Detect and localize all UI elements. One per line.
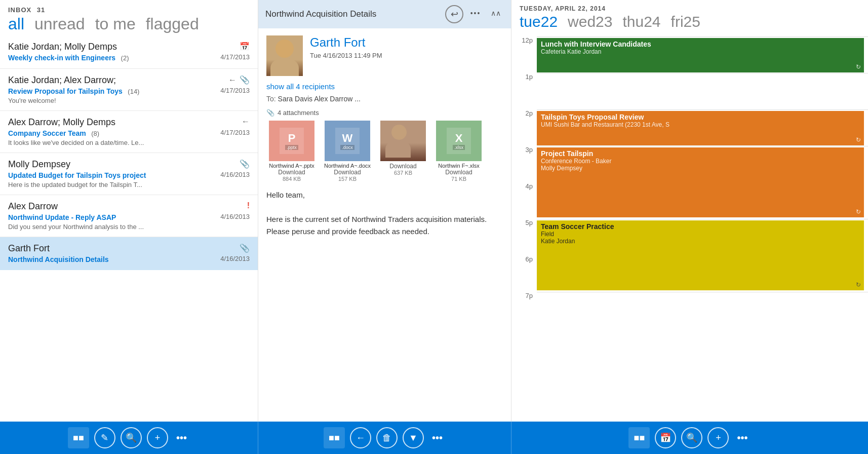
calendar-icon: 📅 [240, 42, 250, 51]
cal-calc-button[interactable]: 📅 [655, 427, 676, 448]
search-icon: 🔍 [686, 432, 697, 443]
download-label[interactable]: Download [389, 163, 416, 170]
detail-more-button[interactable]: ••• [429, 430, 446, 446]
photo-icon [380, 121, 426, 161]
cal-event-project-tailspin[interactable]: Project Tailspin Conference Room - Baker… [537, 147, 864, 217]
email-item[interactable]: Molly Dempsey 📎 Updated Budget for Tails… [0, 153, 258, 195]
email-subject: Review Proposal for Tailspin Toys [8, 87, 123, 95]
inbox-header: INBOX 31 all unread to me flagged [0, 0, 258, 35]
email-item[interactable]: Alex Darrow ! Northwind Update - Reply A… [0, 195, 258, 237]
body-content: Here is the current set of Northwind Tra… [266, 213, 503, 238]
time-column: 12p 1p 2p 3p 4p 5p 6p 7p [511, 32, 537, 422]
reply-icon: ← [242, 117, 250, 126]
nav-all[interactable]: all [8, 15, 24, 33]
plus-icon: + [155, 433, 161, 443]
cal-event-tailspin-review[interactable]: Tailspin Toys Proposal Review UMI Sushi … [537, 111, 864, 145]
cal-row-7p [537, 292, 868, 328]
email-preview: You're welcome! [8, 97, 250, 104]
to-line: To: Sara Davis Alex Darrow ... [266, 95, 503, 103]
email-sender: Katie Jordan; Molly Demps [8, 42, 235, 52]
trash-icon: 🗑 [382, 433, 391, 443]
cal-event-lunch[interactable]: Lunch with Interview Candidates Cafeteri… [537, 38, 864, 72]
inbox-compose-button[interactable]: ✎ [94, 427, 115, 448]
reply-button[interactable]: ↩ [445, 5, 463, 23]
email-subject: Weekly check-in with Engineers [8, 54, 115, 62]
grid-icon: ■■ [634, 433, 645, 443]
cal-grid-button[interactable]: ■■ [628, 427, 650, 448]
inbox-more-button[interactable]: ••• [173, 430, 190, 446]
attachment-paperclip-icon: 📎 [266, 109, 274, 117]
email-preview: It looks like we've decided on a date/ti… [8, 139, 250, 146]
event-location: UMI Sushi Bar and Restaurant (2230 1st A… [541, 121, 860, 128]
event-title: Project Tailspin [541, 149, 860, 158]
to-label: To: [266, 95, 276, 103]
plus-icon: + [716, 433, 721, 443]
email-subject: Company Soccer Team [8, 129, 86, 137]
nav-unread[interactable]: unread [34, 15, 85, 33]
event-location: Cafeteria Katie Jordan [541, 48, 860, 55]
sender-name: Garth Fort [310, 35, 503, 50]
email-count: (8) [91, 130, 99, 137]
cal-event-soccer[interactable]: Team Soccer Practice FieldKatie Jordan ↻ [537, 220, 864, 290]
detail-archive-button[interactable]: ▼ [403, 427, 424, 448]
email-icons: ! [247, 201, 250, 210]
calendar-taskbar: ■■ 📅 🔍 + ••• [511, 422, 868, 454]
email-sender: Alex Darrow; Molly Demps [8, 117, 238, 128]
attachment-docx[interactable]: W .docx Northwind A~.docx Download 157 K… [322, 121, 373, 182]
email-icons: ← [242, 117, 250, 126]
email-item[interactable]: Alex Darrow; Molly Demps ← Company Socce… [0, 111, 258, 153]
chevron-up-icon: ∧∧ [491, 9, 501, 17]
cal-day-wed[interactable]: wed23 [568, 13, 612, 30]
back-icon: ← [356, 433, 365, 443]
event-title: Lunch with Interview Candidates [541, 40, 860, 48]
attachment-xlsx[interactable]: X .xlsx Northwin F~.xlsx Download 71 KB [433, 121, 484, 182]
avatar [266, 35, 303, 76]
nav-flagged[interactable]: flagged [146, 15, 199, 33]
nav-tome[interactable]: to me [95, 15, 136, 33]
download-label[interactable]: Download [445, 169, 472, 176]
detail-grid-button[interactable]: ■■ [324, 427, 345, 448]
collapse-button[interactable]: ∧∧ [488, 5, 504, 21]
email-list: Katie Jordan; Molly Demps 📅 Weekly check… [0, 35, 258, 422]
inbox-grid-button[interactable]: ■■ [68, 427, 89, 448]
detail-delete-button[interactable]: 🗑 [376, 427, 398, 448]
download-label[interactable]: Download [278, 169, 305, 176]
cal-add-button[interactable]: + [707, 427, 729, 448]
inbox-panel: INBOX 31 all unread to me flagged Katie … [0, 0, 258, 422]
email-subject: Updated Budget for Tailspin Toys project [8, 171, 146, 179]
attachment-name: Northwin F~.xlsx [438, 163, 480, 169]
time-7p: 7p [511, 292, 537, 328]
cal-day-fri[interactable]: fri25 [671, 13, 700, 30]
attachment-pptx[interactable]: P .pptx Northwind A~.pptx Download 884 K… [266, 121, 317, 182]
attachment-size: 884 KB [283, 176, 301, 182]
email-item-selected[interactable]: Garth Fort 📎 Northwind Acquisition Detai… [0, 237, 258, 270]
detail-back-button[interactable]: ← [350, 427, 371, 448]
email-item[interactable]: Katie Jordan; Alex Darrow; ← 📎 Review Pr… [0, 69, 258, 111]
download-label[interactable]: Download [334, 169, 361, 176]
time-5p: 5p [511, 219, 537, 255]
calendar-header: TUESDAY, APRIL 22, 2014 tue22 wed23 thu2… [511, 0, 868, 32]
show-recipients-link[interactable]: show all 4 recipients [266, 82, 503, 91]
detail-panel: Northwind Acquisition Details ↩ ••• ∧∧ G… [258, 0, 511, 422]
inbox-search-button[interactable]: 🔍 [121, 427, 142, 448]
email-item[interactable]: Katie Jordan; Molly Demps 📅 Weekly check… [0, 35, 258, 69]
cal-search-button[interactable]: 🔍 [681, 427, 702, 448]
event-title: Tailspin Toys Proposal Review [541, 113, 860, 121]
cal-row-1p [537, 73, 868, 109]
calendar-panel: TUESDAY, APRIL 22, 2014 tue22 wed23 thu2… [511, 0, 868, 422]
attachments-section: 📎 4 attachments P .pptx Northwind A~.ppt… [266, 109, 503, 182]
cal-more-button[interactable]: ••• [734, 430, 751, 446]
attachment-photo[interactable]: Download 637 KB [378, 121, 428, 182]
cal-day-tue[interactable]: tue22 [520, 13, 558, 30]
cal-row-12p: Lunch with Interview Candidates Cafeteri… [537, 36, 868, 73]
sender-section: Garth Fort Tue 4/16/2013 11:49 PM [266, 35, 503, 76]
sender-info: Garth Fort Tue 4/16/2013 11:49 PM [310, 35, 503, 59]
cal-day-thu[interactable]: thu24 [622, 13, 660, 30]
attachment-icon: 📎 [240, 243, 250, 253]
events-column: Lunch with Interview Candidates Cafeteri… [537, 32, 868, 422]
compose-icon: ✎ [101, 432, 108, 443]
inbox-add-button[interactable]: + [147, 427, 168, 448]
more-options-button[interactable]: ••• [467, 5, 484, 21]
detail-taskbar: ■■ ← 🗑 ▼ ••• [258, 422, 511, 454]
calendar-date-label: TUESDAY, APRIL 22, 2014 [520, 5, 860, 12]
